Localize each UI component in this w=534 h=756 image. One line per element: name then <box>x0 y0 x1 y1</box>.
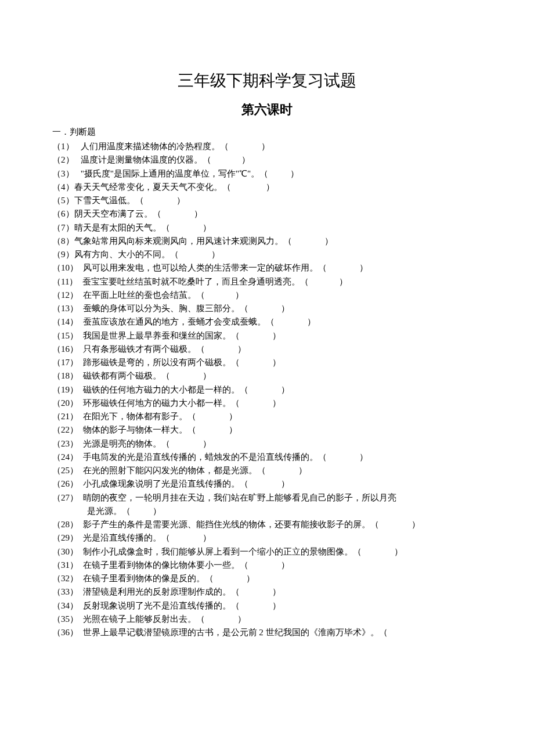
item-gap <box>78 344 83 354</box>
item-number: （6） <box>52 209 74 218</box>
answer-blank: （ ） <box>220 142 270 151</box>
item-number: （14） <box>52 317 78 326</box>
question-item: （7）晴天是有太阳的天气。（ ） <box>52 221 482 235</box>
item-number: （9） <box>52 250 74 259</box>
item-gap <box>78 601 83 610</box>
item-text: 温度计是测量物体温度的仪器。 <box>81 155 203 164</box>
item-number: （15） <box>52 331 78 340</box>
item-number: （29） <box>52 533 78 542</box>
item-number: （19） <box>52 385 78 394</box>
item-number: （23） <box>52 439 78 448</box>
item-number: （21） <box>52 412 78 421</box>
question-item: （13） 蚕蛾的身体可以分为头、胸、腹三部分。（ ） <box>52 302 482 315</box>
item-text: 蚕茧应该放在通风的地方，蚕蛹才会变成蚕蛾。 <box>83 317 266 326</box>
question-list: （1） 人们用温度来描述物体的冷热程度。（ ）（2） 温度计是测量物体温度的仪器… <box>52 140 482 639</box>
item-text: 小孔成像现象说明了光是沿直线传播的。 <box>83 479 240 488</box>
item-text: 只有条形磁铁才有两个磁极。 <box>83 344 196 354</box>
item-gap <box>78 371 83 380</box>
question-item: （26） 小孔成像现象说明了光是沿直线传播的。（ ） <box>52 477 482 491</box>
question-item: （34） 反射现象说明了光不是沿直线传播的。（ ） <box>52 599 482 613</box>
question-item: （10） 风可以用来发电，也可以给人类的生活带来一定的破坏作用。（ ） <box>52 261 482 275</box>
item-gap <box>78 398 83 408</box>
answer-blank: （ ） <box>370 520 420 529</box>
item-text: 风可以用来发电，也可以给人类的生活带来一定的破坏作用。 <box>83 263 318 272</box>
answer-blank: （ ） <box>259 169 299 178</box>
question-item: （18） 磁铁都有两个磁极。（ ） <box>52 369 482 383</box>
item-number: （7） <box>52 223 74 232</box>
answer-blank: （ ） <box>161 371 211 380</box>
item-gap <box>78 263 83 272</box>
item-gap <box>78 560 83 570</box>
item-number: （25） <box>52 466 78 475</box>
item-text: 下雪天气温低。 <box>74 196 135 205</box>
item-number: （10） <box>52 263 78 272</box>
item-number: （18） <box>52 371 78 380</box>
answer-blank: （ ） <box>122 506 161 516</box>
item-text: 春天天气经常变化，夏天天气不变化。 <box>74 182 222 192</box>
item-gap <box>78 533 83 542</box>
item-number: （20） <box>52 398 78 408</box>
answer-blank: （ ） <box>196 614 246 624</box>
question-item: （22） 物体的影子与物体一样大。（ ） <box>52 423 482 437</box>
question-item: （15） 我国是世界上最早养蚕和缫丝的国家。（ ） <box>52 329 482 343</box>
question-item: （9）风有方向、大小的不同。（ ） <box>52 248 482 261</box>
item-text: 反射现象说明了光不是沿直线传播的。 <box>83 601 231 610</box>
item-gap <box>78 304 83 313</box>
item-text: 气象站常用风向标来观测风向，用风速计来观测风力。 <box>74 236 283 246</box>
item-number: （3） <box>52 169 74 178</box>
item-text: 蚕蛾的身体可以分为头、胸、腹三部分。 <box>83 304 240 313</box>
item-number: （31） <box>52 560 78 570</box>
question-item: （11） 蚕宝宝要吐丝结茧时就不吃桑叶了，而且全身通明透亮。（ ） <box>52 275 482 289</box>
question-item: （32） 在镜子里看到物体的像是反的。（ ） <box>52 572 482 585</box>
answer-blank: （ ） <box>231 587 281 596</box>
question-item: （17） 蹄形磁铁是弯的，所以没有两个磁极。（ ） <box>52 356 482 369</box>
answer-blank: （ ） <box>231 398 281 408</box>
question-item: （2） 温度计是测量物体温度的仪器。（ ） <box>52 153 482 167</box>
item-number: （17） <box>52 358 78 367</box>
answer-blank: （ ） <box>300 277 348 286</box>
item-gap <box>78 520 83 529</box>
item-gap <box>78 317 83 326</box>
item-gap <box>78 277 82 286</box>
question-item: （29） 光是沿直线传播的。（ ） <box>52 531 482 545</box>
item-text: 晴朗的夜空，一轮明月挂在天边，我们站在旷野上能够看见自己的影子，所以月亮 <box>83 493 396 502</box>
item-text: 磁铁都有两个磁极。 <box>83 371 161 380</box>
item-number: （26） <box>52 479 78 488</box>
item-gap <box>78 479 83 488</box>
item-gap <box>78 331 83 340</box>
question-item: （3） "摄氏度"是国际上通用的温度单位，写作"℃"。（ ） <box>52 167 482 181</box>
item-text: 潜望镜是利用光的反射原理制作成的。 <box>83 587 231 596</box>
item-number: （33） <box>52 587 78 596</box>
question-item: （6）阴天天空布满了云。（ ） <box>52 207 482 221</box>
item-gap <box>78 425 83 434</box>
answer-blank: （ ） <box>240 385 290 394</box>
question-item: （30） 制作小孔成像盒时，我们能够从屏上看到一个缩小的正立的景物图像。（ ） <box>52 545 482 559</box>
item-text: 制作小孔成像盒时，我们能够从屏上看到一个缩小的正立的景物图像。 <box>83 547 353 556</box>
item-gap <box>78 290 83 300</box>
answer-blank: （ ） <box>266 317 316 326</box>
item-gap <box>78 628 83 637</box>
answer-blank: （ ） <box>240 560 290 570</box>
item-text: 晴天是有太阳的天气。 <box>74 223 161 232</box>
item-number: （27） <box>52 493 78 502</box>
answer-blank: （ ） <box>240 479 290 488</box>
item-gap <box>78 574 83 583</box>
item-text: 环形磁铁任何地方的磁力大小都一样。 <box>83 398 231 408</box>
question-item: （35） 光照在镜子上能够反射出去。（ ） <box>52 613 482 626</box>
answer-blank: （ ） <box>353 547 403 556</box>
question-item: （31） 在镜子里看到物体的像比物体要小一些。（ ） <box>52 559 482 572</box>
answer-blank: （ ） <box>318 452 368 462</box>
question-item: （23） 光源是明亮的物体。（ ） <box>52 437 482 451</box>
item-number: （8） <box>52 236 74 246</box>
item-number: （5） <box>52 196 74 205</box>
item-number: （13） <box>52 304 78 313</box>
item-number: （24） <box>52 452 78 462</box>
question-item: （21） 在阳光下，物体都有影子。（ ） <box>52 410 482 423</box>
question-item: （28） 影子产生的条件是需要光源、能挡住光线的物体，还要有能接收影子的屏。（ … <box>52 518 482 531</box>
item-text: 人们用温度来描述物体的冷热程度。 <box>81 142 220 151</box>
question-item: （8）气象站常用风向标来观测风向，用风速计来观测风力。（ ） <box>52 235 482 248</box>
question-item-continuation: 是光源。（ ） <box>52 505 482 518</box>
item-text: 手电筒发的光是沿直线传播的，蜡烛发的不是沿直线传播的。 <box>83 452 318 462</box>
section-header: 一．判断题 <box>52 127 482 138</box>
answer-blank: （ ） <box>161 533 211 542</box>
